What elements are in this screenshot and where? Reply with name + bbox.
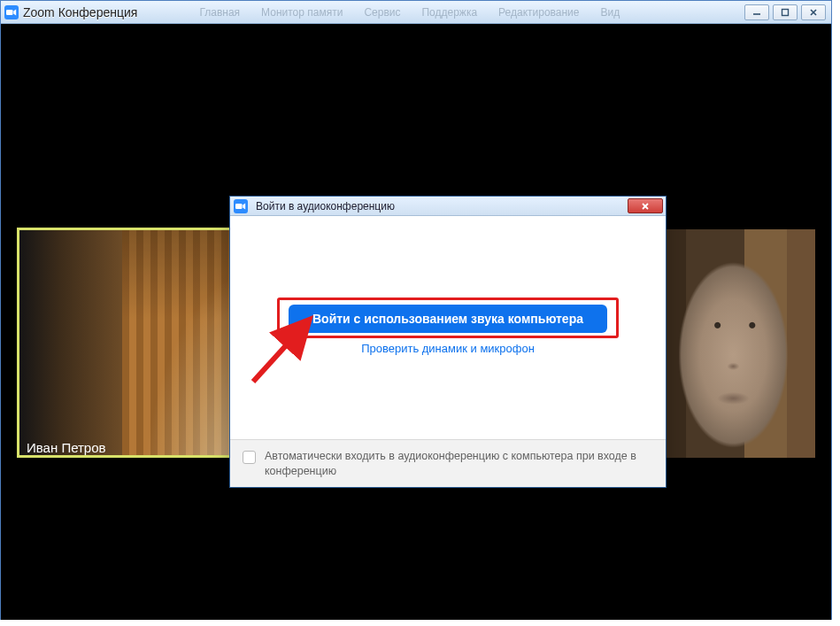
dialog-body: Войти с использованием звука компьютера … — [230, 216, 666, 355]
dialog-title: Войти в аудиоконференцию — [256, 200, 395, 213]
svg-rect-5 — [235, 204, 243, 209]
participant-tile-active[interactable]: Иван Петров — [17, 228, 236, 458]
faded-menu: Главная Монитор памяти Сервис Поддержка … — [199, 6, 620, 19]
menu-hint: Поддержка — [421, 6, 477, 19]
dialog-footer: Автоматически входить в аудиоконференцию… — [230, 439, 666, 487]
menu-hint: Вид — [601, 6, 620, 19]
maximize-button[interactable] — [773, 4, 798, 20]
join-audio-dialog: Войти в аудиоконференцию Войти с использ… — [229, 196, 667, 488]
participant-name-label: Иван Петров — [19, 438, 113, 458]
app-window: Zoom Конференция Главная Монитор памяти … — [0, 0, 832, 620]
svg-rect-0 — [6, 10, 13, 15]
test-speaker-mic-link[interactable]: Проверить динамик и микрофон — [251, 342, 644, 355]
zoom-icon — [4, 5, 19, 19]
menu-hint: Монитор памяти — [261, 6, 343, 19]
menu-hint: Главная — [199, 6, 240, 19]
menu-hint: Сервис — [364, 6, 400, 19]
join-with-computer-audio-button[interactable]: Войти с использованием звука компьютера — [289, 305, 607, 333]
app-title: Zoom Конференция — [23, 5, 137, 19]
video-placeholder — [19, 230, 122, 455]
dialog-close-button[interactable] — [628, 198, 663, 213]
minimize-button[interactable] — [744, 4, 769, 20]
participant-tile[interactable] — [658, 229, 815, 458]
svg-rect-2 — [782, 10, 789, 16]
dialog-titlebar[interactable]: Войти в аудиоконференцию — [230, 197, 666, 216]
close-button[interactable] — [801, 4, 826, 20]
zoom-icon — [234, 199, 248, 213]
video-placeholder — [122, 230, 236, 455]
menu-hint: Редактирование — [498, 6, 579, 19]
window-controls — [744, 4, 826, 20]
app-titlebar[interactable]: Zoom Конференция Главная Монитор памяти … — [1, 1, 831, 24]
auto-join-audio-checkbox[interactable] — [243, 451, 256, 464]
auto-join-audio-label: Автоматически входить в аудиоконференцию… — [265, 449, 653, 479]
